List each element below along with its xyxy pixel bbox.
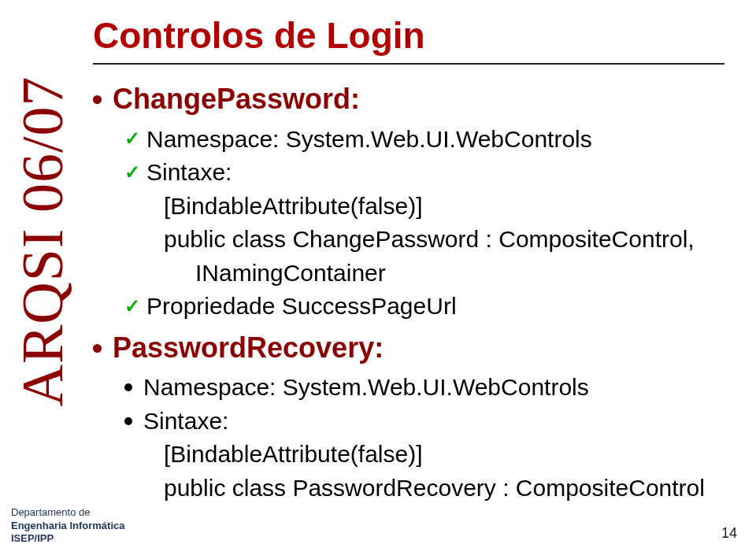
list-item: Sintaxe: (124, 405, 724, 438)
bullet-dot-icon (124, 417, 132, 425)
footer-line-2: Engenharia Informática (11, 520, 124, 532)
code-line: public class PasswordRecovery : Composit… (164, 472, 724, 505)
section-heading-1: ChangePassword: (93, 80, 724, 119)
sidebar-label: ARQSI 06/07 (9, 76, 76, 406)
code-line: [BindableAttribute(false)] (164, 191, 724, 223)
heading-text: ChangePassword: (113, 83, 360, 115)
footer-logo: Departamento de Engenharia Informática I… (11, 506, 124, 545)
item-label: Namespace: System.Web.UI.WebControls (146, 126, 592, 152)
code-line: [BindableAttribute(false)] (164, 439, 724, 471)
page-title: Controlos de Login (93, 14, 724, 57)
title-wrap: Controlos de Login (93, 14, 724, 65)
list-item: Namespace: System.Web.UI.WebControls (124, 372, 724, 404)
page-number: 14 (721, 525, 737, 542)
bullet-dot-icon (93, 344, 102, 353)
check-icon: ✓ (124, 126, 140, 151)
bullet-dot-icon (93, 95, 102, 104)
check-icon: ✓ (124, 160, 140, 185)
code-line: public class ChangePassword : CompositeC… (164, 224, 724, 256)
list-item: ✓Propriedade SuccessPageUrl (124, 291, 724, 323)
list-item: ✓Namespace: System.Web.UI.WebControls (124, 124, 724, 156)
item-label: Propriedade SuccessPageUrl (146, 293, 457, 319)
code-line: INamingContainer (195, 257, 724, 290)
left-sidebar: ARQSI 06/07 (9, 16, 76, 466)
footer-line-1: Departamento de (11, 506, 124, 519)
bullet-dot-icon (124, 383, 132, 391)
check-icon: ✓ (124, 294, 140, 319)
section-heading-2: PasswordRecovery: (93, 329, 724, 368)
item-label: Namespace: System.Web.UI.WebControls (143, 374, 589, 400)
slide-content: Controlos de Login ChangePassword: ✓Name… (93, 14, 724, 505)
footer-line-3: ISEP/IPP (11, 532, 124, 545)
heading-text: PasswordRecovery: (113, 331, 384, 364)
list-item: ✓Sintaxe: (124, 157, 724, 189)
item-label: Sintaxe: (146, 159, 232, 185)
item-label: Sintaxe: (143, 408, 228, 434)
